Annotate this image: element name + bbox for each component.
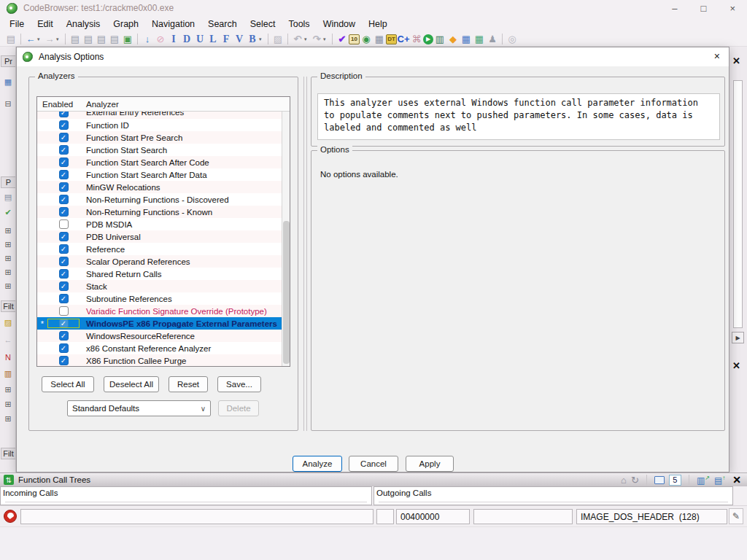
delete-button[interactable]: Delete — [218, 400, 259, 416]
checkbox-checked-icon[interactable]: ✓ — [59, 145, 69, 155]
scroll-right-button[interactable]: ▶ — [732, 332, 744, 343]
analyzer-row[interactable]: ✓Function Start Search After Data — [37, 168, 282, 181]
function-call-trees-bar[interactable]: ⇅ Function Call Trees ⌂ ↻ 5 ▥↗ ▤↑ ✕ — [0, 472, 747, 486]
tab-program-trees[interactable]: Pr — [1, 55, 15, 67]
defaults-combobox[interactable]: Standard Defaults ∨ — [67, 400, 211, 416]
enabled-checkbox[interactable]: ✓ — [47, 257, 80, 266]
analyzer-row[interactable]: *✓WindowsPE x86 Propagate External Param… — [37, 317, 282, 330]
disabled-search-icon[interactable]: ◎ — [506, 33, 519, 45]
person-icon[interactable]: ♟ — [486, 33, 499, 45]
data-d-icon[interactable]: D — [180, 33, 193, 45]
expand-icon[interactable]: ⊞ — [1, 400, 15, 409]
copy-icon[interactable]: ▤ — [82, 33, 95, 45]
checkbox-checked-icon[interactable]: ✓ — [59, 331, 69, 341]
function-f-icon[interactable]: F — [220, 33, 233, 45]
column-enabled[interactable]: Enabled — [37, 100, 80, 109]
menu-tools[interactable]: Tools — [282, 18, 316, 31]
expand-icon[interactable]: ⊞ — [1, 281, 15, 291]
tab-p[interactable]: P — [1, 176, 15, 188]
graph-icon[interactable]: ▥↗ — [697, 475, 710, 486]
check-icon[interactable]: ✔ — [1, 208, 15, 217]
filter-tab[interactable]: Filt — [1, 300, 15, 312]
enabled-checkbox[interactable]: ✓ — [47, 281, 80, 291]
analyzer-row[interactable]: ✓Function Start Pre Search — [37, 131, 282, 144]
enabled-checkbox[interactable]: ✓ — [47, 294, 80, 303]
enabled-checkbox[interactable]: ✓ — [47, 356, 80, 365]
analyzer-row[interactable]: ✓Function ID — [37, 119, 282, 131]
expand-icon[interactable]: ⊞ — [1, 240, 15, 249]
back-icon[interactable]: ← — [24, 33, 37, 45]
menu-select[interactable]: Select — [244, 18, 282, 31]
pane-splitter[interactable] — [303, 77, 307, 431]
checkbox-checked-icon[interactable]: ✓ — [59, 170, 69, 179]
menu-file[interactable]: File — [3, 18, 31, 31]
enabled-checkbox[interactable]: ✓ — [47, 343, 80, 353]
dialog-title-bar[interactable]: Analysis Options × — [17, 47, 729, 66]
menu-search[interactable]: Search — [201, 18, 244, 31]
export-icon[interactable]: ▤↑ — [714, 475, 725, 486]
analyzer-row[interactable]: ✓Non-Returning Functions - Known — [37, 206, 282, 218]
checkbox-checked-icon[interactable]: ✓ — [59, 120, 69, 130]
dropdown-caret-icon[interactable]: ▾ — [37, 36, 43, 42]
analyzer-row[interactable]: ✓Stack — [37, 280, 282, 292]
analyze-button[interactable]: Analyze — [293, 456, 342, 472]
expand-icon[interactable]: ⊞ — [1, 385, 15, 394]
list-scrollbar[interactable] — [282, 112, 290, 366]
enabled-checkbox[interactable]: ✓ — [47, 331, 80, 341]
clear-code-bytes-icon[interactable]: ▤ — [69, 33, 82, 45]
checkbox-checked-icon[interactable]: ✓ — [59, 158, 69, 167]
call-graph-icon[interactable]: ⌘ — [410, 33, 423, 45]
validate-icon[interactable]: ✔ — [336, 33, 349, 45]
undo-icon[interactable]: ↶ — [291, 33, 304, 45]
memory-search-icon[interactable]: ◉ — [360, 33, 373, 45]
checkbox-checked-icon[interactable]: ✓ — [59, 269, 69, 279]
no-symbol-icon[interactable]: N — [1, 353, 15, 362]
checkbox-checked-icon[interactable]: ✓ — [59, 133, 69, 142]
checkbox-checked-icon[interactable]: ✓ — [59, 195, 69, 204]
menu-navigation[interactable]: Navigation — [145, 18, 201, 31]
checkbox-checked-icon[interactable]: ✓ — [59, 232, 69, 241]
program-tree-icon[interactable]: ▦ — [1, 77, 15, 87]
dropdown-caret-icon[interactable]: ▾ — [323, 36, 329, 42]
dropdown-caret-icon[interactable]: ▾ — [304, 36, 310, 42]
refresh-icon[interactable]: ↻ — [631, 475, 639, 486]
enabled-checkbox[interactable]: ✓ — [47, 170, 80, 179]
analyzer-row[interactable]: ✓Function Start Search After Code — [37, 156, 282, 168]
analyzer-row[interactable]: ✓Shared Return Calls — [37, 268, 282, 280]
checkbox-checked-icon[interactable]: ✓ — [59, 294, 69, 303]
enabled-checkbox[interactable] — [47, 306, 80, 316]
checkbox-checked-icon[interactable]: ✓ — [59, 244, 69, 254]
enabled-checkbox[interactable]: ✓ — [47, 120, 80, 130]
disabled-tool-icon[interactable]: ▨ — [271, 33, 285, 45]
binary-view-icon[interactable]: 10 — [349, 34, 360, 44]
analyzer-row[interactable]: ✓X86 Function Callee Purge — [37, 354, 282, 366]
data-type-manager-icon[interactable]: DT — [386, 34, 397, 44]
analyzer-row[interactable]: ✓Reference — [37, 243, 282, 255]
panel-close-icon-2[interactable]: ✕ — [732, 360, 740, 371]
pull-down-icon[interactable]: ↓ — [141, 33, 154, 45]
panel-close-icon[interactable]: ✕ — [732, 55, 740, 66]
snapshot-window-icon[interactable] — [654, 476, 665, 484]
analyzer-row[interactable]: ✓Non-Returning Functions - Discovered — [37, 193, 282, 206]
enabled-checkbox[interactable]: ✓ — [47, 232, 80, 241]
enabled-checkbox[interactable]: ✓ — [47, 145, 80, 155]
enabled-checkbox[interactable]: ✓ — [47, 195, 80, 204]
maximize-button[interactable]: □ — [701, 3, 707, 14]
enabled-checkbox[interactable]: ✓ — [47, 112, 80, 117]
paste-icon[interactable]: ▤ — [95, 33, 108, 45]
home-icon[interactable]: ⌂ — [621, 475, 627, 486]
analyzer-row[interactable]: ✓WindowsResourceReference — [37, 330, 282, 342]
filter-tab-2[interactable]: Filt — [1, 448, 15, 459]
enabled-checkbox[interactable]: ✓ — [47, 244, 80, 254]
diamond-icon[interactable]: ◆ — [446, 33, 460, 45]
memory-map-icon[interactable]: ▥ — [433, 33, 446, 45]
checkbox-checked-icon[interactable]: ✓ — [59, 356, 69, 365]
table-view-icon[interactable]: ▦ — [460, 33, 473, 45]
menu-analysis[interactable]: Analysis — [60, 18, 107, 31]
analyzer-row[interactable]: Variadic Function Signature Override (Pr… — [37, 305, 282, 317]
outgoing-calls-panel[interactable]: Outgoing Calls — [374, 486, 733, 505]
incoming-calls-panel[interactable]: Incoming Calls — [0, 486, 372, 505]
save-icon[interactable]: ▤ — [4, 33, 18, 45]
expand-icon[interactable]: ⊞ — [1, 414, 15, 424]
enabled-checkbox[interactable]: ✓ — [47, 158, 80, 167]
